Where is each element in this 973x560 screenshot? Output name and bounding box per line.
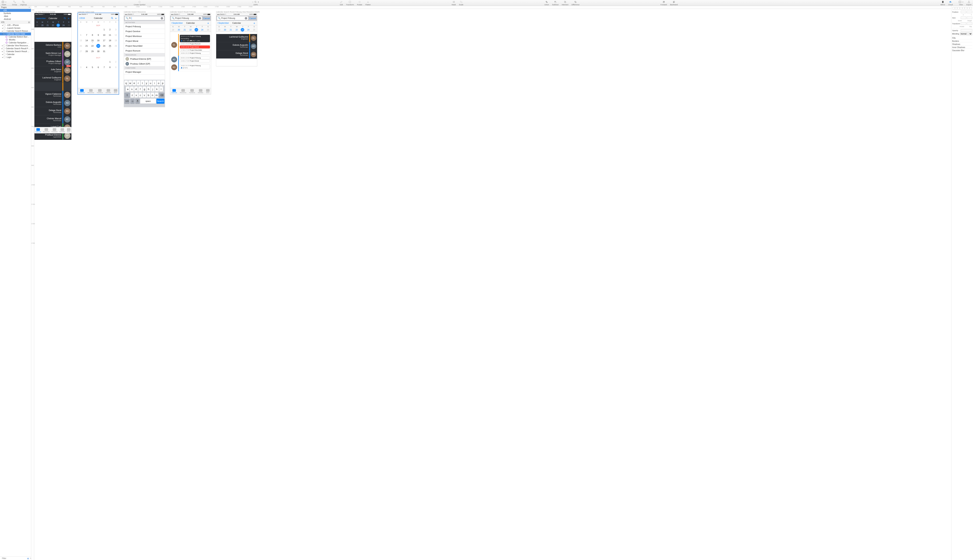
svg-rect-6 bbox=[139, 1, 140, 3]
tb-backward[interactable]: Backward bbox=[669, 0, 679, 6]
search-icon bbox=[254, 1, 257, 3]
svg-rect-13 bbox=[555, 2, 556, 3]
tb-edit[interactable]: Edit bbox=[338, 0, 344, 6]
zoom-in-icon: + bbox=[257, 1, 259, 3]
tb-zoom[interactable]: −+100% bbox=[251, 0, 261, 6]
svg-rect-4 bbox=[23, 2, 24, 3]
tb-union[interactable]: Union bbox=[543, 0, 550, 6]
svg-rect-16 bbox=[565, 2, 565, 2]
tb-cloud[interactable]: Cloud bbox=[946, 0, 954, 6]
tb-transform[interactable]: Transform bbox=[344, 0, 356, 6]
tb-ungroup[interactable]: Ungroup bbox=[18, 0, 28, 6]
cloud-icon bbox=[949, 1, 952, 3]
svg-line-8 bbox=[256, 2, 256, 3]
tb-forward[interactable]: Forward bbox=[659, 0, 669, 6]
svg-rect-2 bbox=[15, 2, 15, 3]
app-toolbar: ▾ Insert Group Ungroup Create Symbol −+1… bbox=[0, 0, 973, 6]
tb-mirror[interactable]: Mirror bbox=[939, 0, 947, 6]
svg-rect-1 bbox=[13, 1, 14, 2]
tb-difference[interactable]: Difference bbox=[570, 0, 581, 6]
zoom-out-icon: − bbox=[252, 1, 254, 3]
svg-rect-18 bbox=[663, 1, 665, 3]
svg-rect-20 bbox=[673, 2, 674, 3]
tb-flatten[interactable]: Flatten bbox=[364, 0, 372, 6]
svg-rect-21 bbox=[942, 1, 943, 3]
svg-point-7 bbox=[255, 1, 256, 3]
svg-line-5 bbox=[22, 1, 25, 3]
tb-intersect[interactable]: Intersect bbox=[560, 0, 570, 6]
tb-group[interactable]: Group bbox=[10, 0, 18, 6]
tb-mask[interactable]: Mask bbox=[450, 0, 458, 6]
svg-point-10 bbox=[453, 2, 454, 3]
svg-rect-3 bbox=[22, 1, 23, 2]
svg-rect-9 bbox=[349, 1, 351, 3]
svg-rect-22 bbox=[959, 1, 961, 3]
tb-insert[interactable]: ▾ Insert bbox=[0, 0, 8, 6]
tb-subtract[interactable]: Subtract bbox=[550, 0, 560, 6]
tb-scale[interactable]: Scale bbox=[458, 0, 465, 6]
tb-create-symbol[interactable]: Create Symbol bbox=[132, 0, 147, 6]
tb-rotate[interactable]: Rotate bbox=[356, 0, 364, 6]
export-icon bbox=[968, 1, 970, 3]
tb-export[interactable]: Export bbox=[965, 0, 973, 6]
tb-view[interactable]: ▾View bbox=[957, 0, 965, 6]
